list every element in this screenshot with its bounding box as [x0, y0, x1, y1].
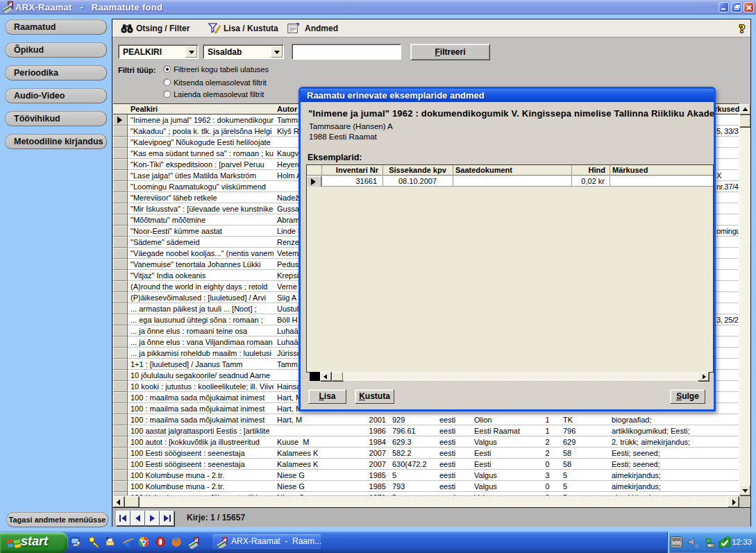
svg-text:vm: vm — [672, 539, 681, 546]
svg-text:?: ? — [739, 22, 746, 35]
